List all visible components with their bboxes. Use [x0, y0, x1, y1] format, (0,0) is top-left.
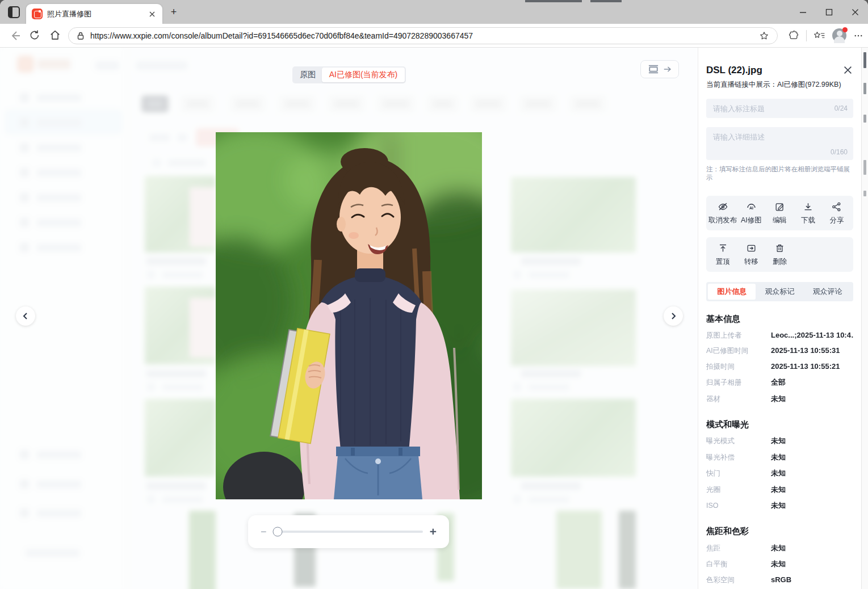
share-icon	[831, 201, 842, 212]
site-favicon-icon	[32, 9, 43, 19]
tab-workspaces-icon[interactable]	[8, 6, 20, 18]
current-display-info: 当前直播链接中展示：AI已修图(972.99KB)	[706, 80, 853, 90]
browser-tabstrip: 照片直播修图 +	[0, 0, 868, 24]
profile-avatar[interactable]	[832, 28, 846, 43]
move-folder-icon	[746, 243, 757, 254]
prev-photo-button[interactable]	[16, 306, 35, 326]
background-window-sliver	[525, 0, 582, 2]
photo-filename: DSL (22).jpg	[706, 65, 853, 76]
arrow-right-icon	[663, 65, 672, 73]
home-icon[interactable]	[49, 29, 62, 43]
zoom-slider-track[interactable]	[274, 531, 423, 533]
zoom-out-icon[interactable]: −	[261, 526, 267, 538]
url-text: https://www.xxpie.com/console/albumDetai…	[90, 31, 753, 40]
info-row: 拍摄时间2025-11-13 10:55:21	[706, 362, 853, 372]
info-row: 快门未知	[706, 468, 853, 478]
extensions-icon[interactable]	[788, 30, 799, 41]
more-menu-icon[interactable]	[853, 31, 863, 41]
download-button[interactable]: 下载	[794, 201, 823, 225]
ai-retouch-icon: AI	[746, 201, 757, 212]
edit-icon	[774, 201, 785, 212]
browser-tab[interactable]: 照片直播修图	[26, 4, 162, 24]
notification-dot	[842, 27, 848, 32]
tab-title: 照片直播修图	[47, 9, 143, 19]
info-row: 色彩空间sRGB	[706, 575, 853, 585]
zoom-in-icon[interactable]: +	[430, 525, 437, 538]
browser-toolbar: https://www.xxpie.com/console/albumDetai…	[0, 24, 868, 48]
favorites-bar-icon[interactable]	[814, 31, 825, 41]
download-icon	[803, 201, 814, 212]
delete-button[interactable]: 删除	[765, 243, 794, 267]
info-row: AI已修图时间2025-11-13 10:55:31	[706, 346, 853, 356]
tab-viewer-marks[interactable]: 观众标记	[756, 284, 803, 300]
tab-close-icon[interactable]	[148, 11, 157, 18]
page-scrollbar[interactable]	[861, 48, 868, 589]
info-row: 器材未知	[706, 394, 853, 404]
desc-char-counter: 0/160	[831, 148, 848, 156]
photo-of-woman	[216, 132, 482, 499]
pin-top-button[interactable]: 置顶	[708, 243, 737, 267]
window-minimize-button[interactable]	[790, 0, 816, 24]
eye-off-icon	[718, 201, 728, 212]
info-row: 曝光模式未知	[706, 436, 853, 446]
caption-desc-input[interactable]	[706, 127, 853, 148]
info-row: 归属子相册全部	[706, 377, 853, 388]
info-row: 曝光补偿未知	[706, 452, 853, 462]
transfer-button[interactable]: 转移	[737, 243, 765, 267]
caption-title-field: 0/24	[706, 99, 853, 118]
address-bar[interactable]: https://www.xxpie.com/console/albumDetai…	[68, 27, 778, 44]
present-screen-button[interactable]	[640, 60, 679, 78]
album-detail-page: 原图 AI已修图(当前发布)	[0, 48, 868, 589]
unpublish-button[interactable]: 取消发布	[708, 201, 737, 225]
svg-text:AI: AI	[749, 206, 753, 211]
section-title-mode-exposure: 模式和曝光	[706, 419, 853, 430]
ai-retouch-button[interactable]: AI AI修图	[737, 201, 765, 225]
pin-top-icon	[718, 243, 728, 254]
action-group-secondary: 置顶 转移 删除	[706, 237, 853, 272]
panel-close-icon[interactable]	[844, 66, 852, 74]
tab-photo-info[interactable]: 图片信息	[708, 284, 756, 300]
toolbar-separator	[806, 30, 807, 41]
title-char-counter: 0/24	[835, 104, 848, 112]
lock-icon	[77, 31, 85, 40]
screen-icon	[648, 64, 659, 74]
back-icon[interactable]	[8, 29, 22, 43]
info-row: ISO未知	[706, 500, 853, 511]
tab-viewer-comments[interactable]: 观众评论	[804, 284, 852, 300]
info-row: 原图上传者Leoc...;2025-11-13 10:4…	[706, 331, 853, 340]
edit-button[interactable]: 编辑	[765, 201, 794, 225]
zoom-slider-thumb[interactable]	[273, 527, 283, 537]
action-group-primary: 取消发布 AI AI修图 编辑	[706, 196, 853, 230]
trash-icon	[774, 243, 785, 254]
new-tab-button[interactable]: +	[168, 7, 179, 18]
caption-title-input[interactable]	[706, 99, 853, 118]
version-toggle: 原图 AI已修图(当前发布)	[292, 66, 406, 83]
window-maximize-button[interactable]	[816, 0, 842, 24]
browser-window: 照片直播修图 +	[0, 0, 868, 589]
next-photo-button[interactable]	[664, 306, 683, 326]
toggle-ai-retouched-button[interactable]: AI已修图(当前发布)	[322, 68, 405, 82]
refresh-icon[interactable]	[28, 29, 42, 43]
caption-note: 注：填写标注信息后的图片将在相册浏览端平铺展示	[706, 165, 853, 182]
section-title-basic-info: 基本信息	[706, 314, 853, 325]
background-window-sliver	[590, 0, 622, 2]
share-button[interactable]: 分享	[823, 201, 851, 225]
section-title-focal-color: 焦距和色彩	[706, 526, 853, 537]
info-row: 光圈未知	[706, 485, 853, 495]
window-close-button[interactable]	[842, 0, 868, 24]
panel-tabs: 图片信息 观众标记 观众评论	[706, 282, 853, 301]
photo-info-panel: DSL (22).jpg 当前直播链接中展示：AI已修图(972.99KB) 0…	[698, 48, 861, 589]
caption-desc-field: 0/160	[706, 127, 853, 160]
favorite-star-icon[interactable]	[759, 31, 769, 41]
info-row: 焦距未知	[706, 543, 853, 553]
toggle-original-button[interactable]: 原图	[293, 70, 322, 80]
zoom-slider-card: − +	[248, 515, 449, 548]
info-row: 白平衡未知	[706, 559, 853, 569]
